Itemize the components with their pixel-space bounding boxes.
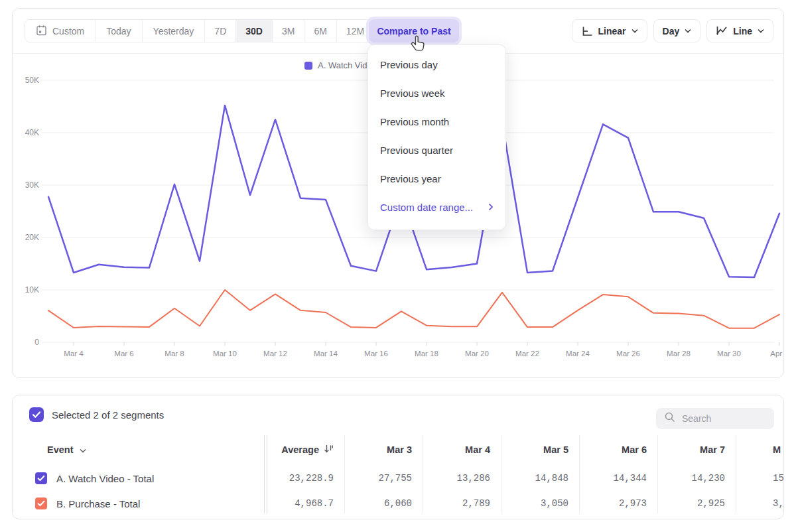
date-range-label: Custom xyxy=(52,26,84,36)
date-range-7d[interactable]: 7D xyxy=(205,20,236,42)
cursor-pointer-icon xyxy=(410,35,427,54)
column-header-date: Mar 4 xyxy=(423,434,501,466)
y-axis-label: 10K xyxy=(25,285,39,295)
table-cell: 23,228.9 xyxy=(266,466,344,491)
x-axis-label: Mar 8 xyxy=(165,350,184,358)
chart-panel: Custom Today Yesterday 7D 30D 3M 6M 12M … xyxy=(12,8,784,378)
chevron-down-icon xyxy=(80,444,86,455)
select-all-checkbox[interactable] xyxy=(29,407,44,422)
x-axis-label: Apr 1 xyxy=(770,350,783,358)
y-axis-label: 30K xyxy=(25,180,39,190)
x-axis-label: Mar 22 xyxy=(515,350,539,358)
column-header-date-clipped: M xyxy=(736,434,784,466)
date-range-control: Custom Today Yesterday 7D 30D 3M 6M 12M xyxy=(25,19,374,42)
calendar-icon xyxy=(36,25,47,38)
menu-item-previous-quarter[interactable]: Previous quarter xyxy=(368,136,505,165)
column-divider xyxy=(501,435,501,513)
column-divider xyxy=(423,435,423,513)
legend-label[interactable]: A. Watch Vide xyxy=(318,60,372,70)
date-range-yesterday[interactable]: Yesterday xyxy=(143,20,206,42)
date-range-3m[interactable]: 3M xyxy=(273,20,304,42)
column-header-date: Mar 7 xyxy=(657,434,736,466)
x-axis-label: Mar 28 xyxy=(667,350,691,358)
sort-descending-icon xyxy=(324,444,334,456)
series-line-2 xyxy=(48,290,779,328)
y-axis-label: 50K xyxy=(25,76,39,85)
chart-type-select-label: Line xyxy=(733,26,752,36)
chevron-down-icon xyxy=(685,29,691,33)
linear-axis-icon xyxy=(581,26,593,36)
x-axis-label: Mar 20 xyxy=(465,350,489,358)
table-cell: 14,344 xyxy=(579,466,657,491)
table-cell: 13,286 xyxy=(423,466,501,491)
date-range-6m[interactable]: 6M xyxy=(304,20,336,42)
menu-item-previous-year[interactable]: Previous year xyxy=(368,165,505,193)
event-header-label: Event xyxy=(47,444,74,455)
column-divider xyxy=(736,435,736,513)
row-label: B. Purchase - Total xyxy=(56,498,140,509)
table-cell: 2,789 xyxy=(423,491,501,516)
x-axis-label: Mar 6 xyxy=(114,350,133,358)
check-icon xyxy=(32,411,41,419)
check-icon xyxy=(37,475,45,482)
column-divider xyxy=(344,435,345,513)
x-axis-label: Mar 4 xyxy=(64,350,84,358)
column-header-event[interactable]: Event xyxy=(13,434,266,466)
date-range-30d[interactable]: 30D xyxy=(236,20,273,42)
x-axis-label: Mar 16 xyxy=(364,350,388,358)
legend-swatch-watch-video[interactable] xyxy=(304,62,312,70)
segments-panel: Selected 2 of 2 segments Event Average xyxy=(12,395,784,519)
row-label: A. Watch Video - Total xyxy=(56,473,154,484)
menu-item-previous-month[interactable]: Previous month xyxy=(368,107,505,136)
y-axis-label: 40K xyxy=(25,128,39,137)
chart-type-select[interactable]: Line xyxy=(706,19,773,42)
menu-item-custom-date-range[interactable]: Custom date range... xyxy=(368,193,505,222)
segments-header: Selected 2 of 2 segments xyxy=(13,395,783,434)
column-divider xyxy=(579,435,580,513)
table-row-purchase: B. Purchase - Total xyxy=(13,491,266,516)
menu-item-previous-day[interactable]: Previous day xyxy=(368,50,505,79)
analytics-page: Custom Today Yesterday 7D 30D 3M 6M 12M … xyxy=(0,0,796,532)
date-range-12m[interactable]: 12M xyxy=(337,20,373,42)
table-cell: 4,968.7 xyxy=(266,491,344,516)
column-header-date: Mar 6 xyxy=(579,434,657,466)
table-cell: 14,848 xyxy=(501,466,579,491)
table-cell: 27,755 xyxy=(344,466,423,491)
scale-select-label: Linear xyxy=(598,26,626,36)
average-header-label: Average xyxy=(281,444,319,455)
custom-date-range-label: Custom date range... xyxy=(380,202,473,213)
table-cell-clipped: 3, xyxy=(736,491,784,516)
legend: A. Watch Vide xyxy=(304,60,372,70)
column-header-average[interactable]: Average xyxy=(266,434,344,466)
row-checkbox-watch-video[interactable] xyxy=(35,472,47,484)
column-divider xyxy=(657,435,658,513)
granularity-select[interactable]: Day xyxy=(653,19,701,42)
table-cell: 14,230 xyxy=(657,466,736,491)
search-box[interactable] xyxy=(656,408,774,429)
column-header-date: Mar 5 xyxy=(501,434,579,466)
row-checkbox-purchase[interactable] xyxy=(35,498,47,509)
table-cell: 2,973 xyxy=(579,491,657,516)
search-input[interactable] xyxy=(682,413,762,424)
column-divider xyxy=(267,435,267,513)
date-range-custom[interactable]: Custom xyxy=(25,20,96,42)
table-cell: 2,925 xyxy=(657,491,736,516)
chevron-down-icon xyxy=(758,29,764,33)
table-cell-clipped: 15, xyxy=(736,466,784,491)
scale-select[interactable]: Linear xyxy=(572,19,647,42)
table-cell: 6,060 xyxy=(344,491,423,516)
menu-item-previous-week[interactable]: Previous week xyxy=(368,79,505,107)
segments-table: Event Average Mar 3 Mar 4 Mar 5 Mar 6 Ma… xyxy=(13,434,784,516)
x-axis-label: Mar 14 xyxy=(314,350,338,358)
granularity-select-label: Day xyxy=(663,26,680,36)
compare-to-past-menu: Previous day Previous week Previous mont… xyxy=(367,44,506,230)
selected-segments-text: Selected 2 of 2 segments xyxy=(52,409,164,421)
date-range-today[interactable]: Today xyxy=(96,20,142,42)
x-axis-label: Mar 18 xyxy=(415,350,438,358)
x-axis-label: Mar 24 xyxy=(566,350,590,358)
column-divider xyxy=(264,435,265,513)
chevron-down-icon xyxy=(631,29,638,33)
x-axis-label: Mar 10 xyxy=(213,350,237,358)
x-axis-label: Mar 26 xyxy=(616,350,640,358)
table-row-watch-video: A. Watch Video - Total xyxy=(13,466,266,491)
